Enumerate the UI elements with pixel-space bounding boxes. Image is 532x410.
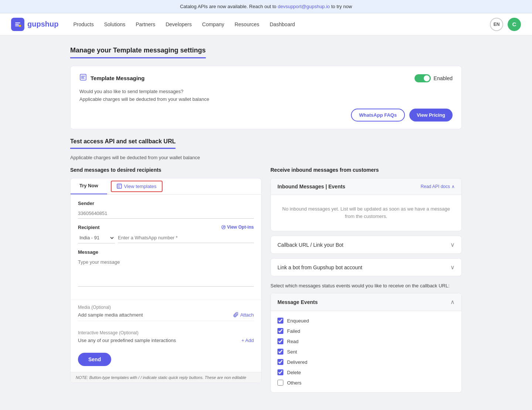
nav-products[interactable]: Products (73, 21, 93, 27)
nav-links: Products Solutions Partners Developers C… (73, 21, 490, 27)
chevron-up-icon: ∧ (451, 184, 455, 189)
recipient-label-row: Recipient View Opt-ins (78, 225, 254, 230)
checkbox-item: Sent (277, 346, 455, 357)
interactive-row: Use any of our predefined sample interac… (78, 338, 254, 343)
note-bar: NOTE: Button-type templates with / / ind… (71, 372, 261, 383)
nav-company[interactable]: Company (202, 21, 224, 27)
announcement-email[interactable]: devsupport@gupshup.io (278, 4, 330, 9)
read-api-label: Read API docs (421, 184, 450, 189)
tab-try-now[interactable]: Try Now (71, 178, 107, 194)
right-col: Receive inbound messages from customers … (270, 167, 462, 393)
checkbox-label: Delivered (287, 359, 307, 365)
page-title: Manage your Template messaging settings (70, 47, 206, 58)
two-col-layout: Send messages to desired recipients Try … (70, 167, 462, 393)
view-opt-ins-label: View Opt-ins (227, 225, 254, 230)
view-pricing-button[interactable]: View Pricing (409, 109, 453, 122)
callback-url-title: Callback URL / Link your Bot (277, 242, 343, 248)
view-opt-ins-btn[interactable]: View Opt-ins (221, 225, 254, 230)
tab-view-templates[interactable]: View templates (111, 181, 163, 192)
desc-line2: Applicable charges will be deducted from… (79, 96, 453, 103)
template-tab-icon (117, 184, 122, 189)
events-card: Message Events ∧ EnqueuedFailedReadSentD… (270, 293, 462, 393)
checkbox-label: Read (287, 339, 299, 344)
interactive-label: Interactive Message (Optional) (78, 330, 254, 335)
checkbox-read[interactable] (277, 338, 283, 344)
nav-solutions[interactable]: Solutions (104, 21, 126, 27)
svg-point-1 (19, 25, 21, 27)
template-messaging-card: Template Messaging Enabled Would you als… (70, 66, 462, 129)
media-label: Media (Optional) (78, 304, 254, 310)
checkbox-delete[interactable] (277, 369, 283, 375)
checkbox-item: Delivered (277, 357, 455, 367)
send-button[interactable]: Send (78, 353, 111, 366)
checkbox-sent[interactable] (277, 349, 283, 355)
nav-developers[interactable]: Developers (166, 21, 192, 27)
interactive-optional: (Optional) (119, 330, 139, 335)
logo[interactable]: gupshup (11, 18, 58, 31)
card-header: Template Messaging Enabled (79, 74, 453, 83)
language-button[interactable]: EN (490, 18, 503, 31)
send-messages-label: Send messages to desired recipients (70, 167, 262, 173)
checkbox-delivered[interactable] (277, 359, 283, 365)
form-section: Sender Recipient (71, 195, 261, 300)
callback-url-header[interactable]: Callback URL / Link your Bot ∨ (271, 236, 461, 253)
read-api-docs-link[interactable]: Read API docs ∧ (421, 184, 455, 189)
test-api-section: Test access API and set callback URL App… (70, 138, 462, 393)
avatar[interactable]: C (508, 18, 521, 31)
nav-partners[interactable]: Partners (136, 21, 155, 27)
events-chevron-up-icon: ∧ (450, 298, 455, 305)
attach-button[interactable]: Attach (233, 312, 254, 318)
attach-icon (233, 312, 239, 317)
sender-input[interactable] (78, 208, 254, 219)
nav-resources[interactable]: Resources (235, 21, 259, 27)
sender-group: Sender (78, 201, 254, 219)
events-section: Select which messages status events woul… (270, 283, 462, 393)
inbound-title: Inbound Messages | Events (277, 184, 345, 189)
toggle-label: Enabled (415, 74, 453, 82)
logo-text: gupshup (27, 20, 58, 28)
recipient-row: India - 91 (78, 232, 254, 243)
card-title-row: Template Messaging (79, 74, 144, 83)
link-bot-header[interactable]: Link a bot from Gupshup bot account ∨ (271, 259, 461, 276)
left-col: Send messages to desired recipients Try … (70, 167, 262, 383)
template-messaging-title: Template Messaging (91, 75, 144, 81)
nav-dashboard[interactable]: Dashboard (270, 21, 295, 27)
media-desc: Add sample media attachment (78, 312, 143, 318)
checkbox-item: Read (277, 336, 455, 346)
toggle-text: Enabled (434, 75, 453, 81)
recipient-group: Recipient View Opt-ins (78, 225, 254, 243)
inbound-messages-card: Inbound Messages | Events Read API docs … (270, 178, 462, 232)
phone-input[interactable] (118, 233, 254, 243)
announcement-suffix: to try now (331, 4, 352, 9)
enabled-toggle[interactable] (415, 74, 431, 82)
template-icon (79, 74, 87, 83)
whatsapp-faqs-button[interactable]: WhatsApp FAQs (351, 109, 405, 122)
checkbox-item: Others (277, 377, 455, 388)
checkbox-label: Others (287, 380, 301, 386)
link-bot-card: Link a bot from Gupshup bot account ∨ (270, 258, 462, 276)
add-interactive-button[interactable]: + Add (241, 338, 254, 343)
checkbox-label: Sent (287, 349, 297, 355)
country-select[interactable]: India - 91 (78, 232, 115, 243)
opt-ins-icon (221, 225, 226, 229)
message-textarea[interactable] (78, 257, 254, 287)
navbar: gupshup Products Solutions Partners Deve… (0, 13, 532, 35)
try-now-panel: Try Now View templates Sender (70, 178, 262, 383)
message-group: Message (78, 249, 254, 288)
checkbox-label: Enqueued (287, 318, 309, 324)
media-attach-row: Add sample media attachment Attach (78, 312, 254, 321)
tabs-row: Try Now View templates (71, 178, 261, 195)
interactive-section: Interactive Message (Optional) Use any o… (71, 325, 261, 348)
add-label: + Add (241, 338, 254, 343)
announcement-text: Catalog APIs are now available. Reach ou… (180, 4, 278, 9)
checkbox-enqueued[interactable] (277, 318, 283, 324)
checkbox-others[interactable] (277, 380, 283, 386)
events-header: Message Events ∧ (271, 293, 461, 311)
interactive-desc: Use any of our predefined sample interac… (78, 338, 176, 343)
link-bot-title: Link a bot from Gupshup bot account (277, 264, 362, 270)
recipient-label: Recipient (78, 225, 100, 230)
test-api-desc: Applicable charges will be deducted from… (70, 155, 462, 160)
checkbox-failed[interactable] (277, 328, 283, 334)
checkbox-list: EnqueuedFailedReadSentDeliveredDeleteOth… (271, 311, 461, 392)
checkbox-item: Failed (277, 326, 455, 336)
